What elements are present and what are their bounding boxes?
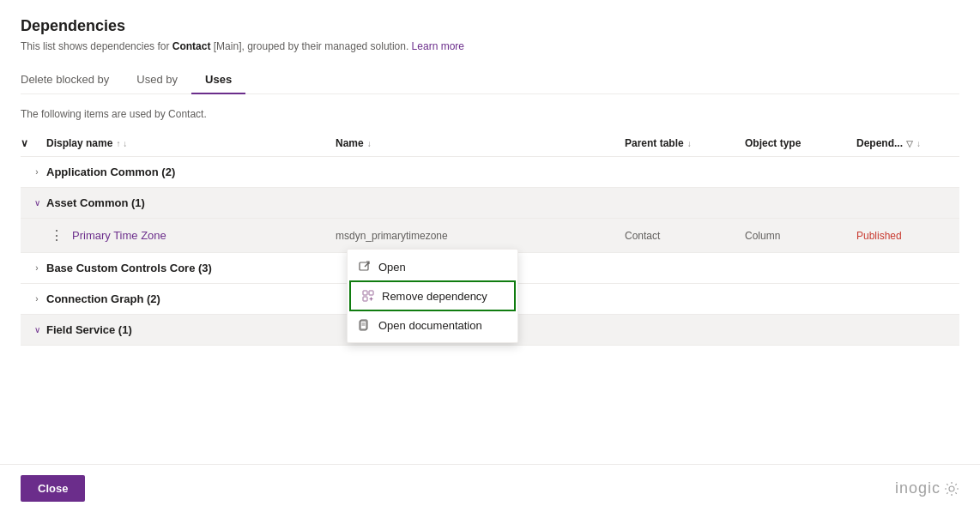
open-icon	[358, 260, 372, 274]
expand-connection-graph-icon[interactable]: ›	[21, 294, 46, 304]
context-menu-open[interactable]: Open	[348, 253, 517, 280]
page-title: Dependencies	[21, 17, 959, 35]
th-display-name: Display name ↑ ↓	[46, 137, 336, 149]
tabs-bar: Delete blocked by Used by Uses	[21, 66, 959, 94]
expand-application-common-icon[interactable]: ›	[21, 167, 46, 177]
group-row-asset-common: ∨ Asset Common (1)	[21, 188, 959, 219]
svg-rect-2	[369, 291, 373, 295]
group-name-field-service: Field Service (1)	[46, 323, 336, 336]
tab-used-by[interactable]: Used by	[123, 66, 191, 94]
context-menu: Open Remove dependency	[347, 249, 518, 343]
row-dots-icon[interactable]: ⋮	[46, 226, 67, 245]
context-menu-remove-dependency[interactable]: Remove dependency	[349, 280, 516, 311]
th-expand: ∨	[21, 137, 46, 149]
sort-name-icon[interactable]: ↓	[367, 139, 372, 148]
close-button[interactable]: Close	[21, 475, 85, 502]
page-subtitle: This list shows dependencies for Contact…	[21, 40, 959, 52]
filter-depend-icon[interactable]: ▽	[906, 139, 913, 148]
dependency-table: ∨ Display name ↑ ↓ Name ↓ Parent table ↓…	[21, 130, 959, 346]
table-row: ⋮ Primary Time Zone msdyn_primarytimezon…	[21, 219, 959, 253]
gear-icon	[944, 481, 959, 497]
remove-dep-icon	[361, 289, 375, 303]
inogic-logo: inogic	[895, 479, 959, 497]
group-name-base-custom-controls: Base Custom Controls Core (3)	[46, 262, 336, 274]
group-name-asset-common: Asset Common (1)	[46, 196, 336, 209]
svg-rect-0	[360, 262, 368, 270]
sort-depend-icon[interactable]: ↓	[916, 139, 921, 148]
th-object-type: Object type	[745, 137, 856, 149]
group-name-application-common: Application Common (2)	[46, 166, 336, 178]
th-parent-table: Parent table ↓	[625, 137, 745, 149]
cell-internal-name: msdyn_primarytimezone	[336, 230, 625, 242]
sort-display-name-icon[interactable]: ↑ ↓	[116, 139, 127, 148]
learn-more-link[interactable]: Learn more	[412, 40, 464, 52]
expand-base-custom-controls-icon[interactable]: ›	[21, 263, 46, 273]
doc-icon	[358, 318, 372, 332]
expand-field-service-icon[interactable]: ∨	[21, 325, 46, 334]
svg-rect-1	[363, 291, 367, 295]
expand-asset-common-icon[interactable]: ∨	[21, 198, 46, 208]
group-name-connection-graph: Connection Graph (2)	[46, 292, 336, 305]
svg-rect-3	[363, 297, 367, 301]
tab-uses[interactable]: Uses	[191, 66, 245, 94]
tab-delete-blocked[interactable]: Delete blocked by	[21, 66, 123, 94]
th-name: Name ↓	[336, 137, 625, 149]
entity-name: Contact	[172, 40, 211, 52]
cell-object-type: Column	[745, 230, 856, 242]
table-header: ∨ Display name ↑ ↓ Name ↓ Parent table ↓…	[21, 130, 959, 157]
cell-parent-table: Contact	[625, 230, 745, 242]
cell-depend-status: Published	[856, 230, 959, 242]
tab-description: The following items are used by Contact.	[21, 108, 959, 120]
footer-bar: Close inogic	[0, 464, 980, 512]
collapse-all-icon[interactable]: ∨	[21, 137, 28, 149]
svg-point-8	[949, 486, 954, 491]
context-menu-open-documentation[interactable]: Open documentation	[348, 311, 517, 339]
cell-display-name: ⋮ Primary Time Zone	[46, 226, 336, 245]
th-depend: Depend... ▽ ↓	[856, 137, 959, 149]
group-row-application-common: › Application Common (2)	[21, 157, 959, 188]
sort-parent-table-icon[interactable]: ↓	[687, 139, 692, 148]
